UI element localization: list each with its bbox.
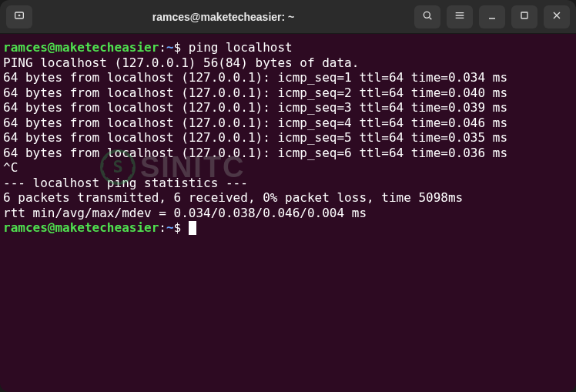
svg-rect-2 — [521, 12, 527, 18]
prompt-path: ~ — [166, 40, 174, 55]
svg-point-1 — [424, 12, 430, 18]
close-button[interactable] — [544, 5, 570, 28]
search-icon — [421, 9, 434, 25]
output-line: 64 bytes from localhost (127.0.0.1): icm… — [3, 116, 573, 131]
output-line: --- localhost ping statistics --- — [3, 176, 573, 191]
window-title: ramces@maketecheasier: ~ — [32, 11, 414, 23]
cursor — [189, 221, 196, 235]
output-line: rtt min/avg/max/mdev = 0.034/0.038/0.046… — [3, 206, 573, 221]
prompt-user-host: ramces@maketecheasier — [3, 220, 159, 235]
new-tab-icon — [13, 9, 25, 25]
prompt-symbol: $ — [174, 40, 182, 55]
minimize-button[interactable] — [479, 5, 505, 28]
window-titlebar: ramces@maketecheasier: ~ — [0, 0, 576, 34]
command-text: ping localhost — [189, 40, 293, 55]
prompt-symbol: $ — [174, 220, 182, 235]
maximize-icon — [518, 9, 531, 25]
output-line: 64 bytes from localhost (127.0.0.1): icm… — [3, 146, 573, 161]
search-button[interactable] — [414, 5, 440, 28]
close-icon — [551, 9, 563, 25]
prompt-line: ramces@maketecheasier:~$ — [3, 220, 573, 236]
new-tab-button[interactable] — [6, 5, 32, 28]
output-line: 64 bytes from localhost (127.0.0.1): icm… — [3, 70, 573, 85]
output-line: PING localhost (127.0.0.1) 56(84) bytes … — [3, 55, 573, 71]
hamburger-icon — [454, 9, 466, 25]
titlebar-right-controls — [414, 5, 570, 28]
output-line: 64 bytes from localhost (127.0.0.1): icm… — [3, 85, 573, 101]
maximize-button[interactable] — [511, 5, 537, 28]
prompt-path: ~ — [166, 220, 174, 235]
output-line: 6 packets transmitted, 6 received, 0% pa… — [3, 190, 573, 206]
prompt-user-host: ramces@maketecheasier — [3, 40, 159, 55]
menu-button[interactable] — [447, 5, 473, 28]
terminal-output[interactable]: ramces@maketecheasier:~$ ping localhost … — [0, 34, 576, 392]
prompt-separator: : — [159, 220, 166, 235]
minimize-icon — [486, 9, 498, 25]
prompt-separator: : — [159, 40, 166, 55]
output-line: ^C — [3, 160, 573, 176]
prompt-line: ramces@maketecheasier:~$ ping localhost — [3, 40, 573, 55]
output-line: 64 bytes from localhost (127.0.0.1): icm… — [3, 100, 573, 116]
output-line: 64 bytes from localhost (127.0.0.1): icm… — [3, 130, 573, 146]
